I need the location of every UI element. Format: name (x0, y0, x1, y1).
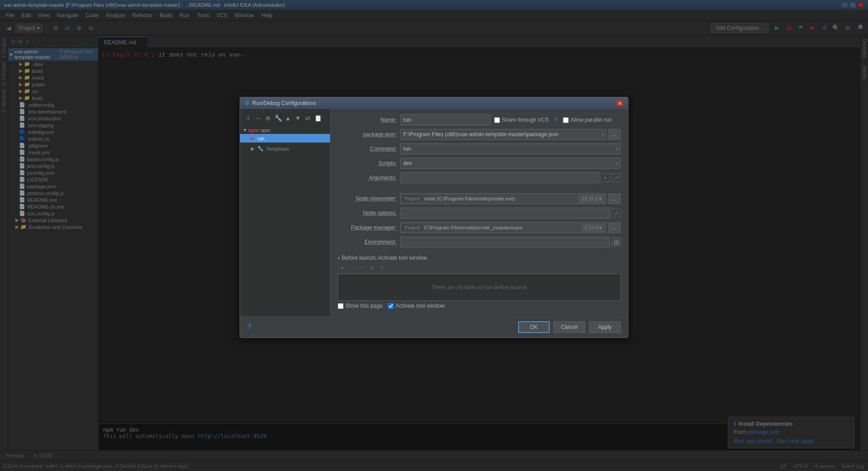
run-config-item[interactable]: ▶ run (240, 134, 330, 143)
npm-section-header[interactable]: ▾ npm npm (240, 126, 330, 134)
activate-window-check[interactable] (388, 303, 394, 309)
dialog-footer: ? OK Cancel Apply (240, 316, 628, 338)
command-select[interactable]: run (400, 143, 621, 154)
help-button[interactable]: ? (247, 323, 251, 331)
command-label: Command: (338, 146, 396, 152)
pkg-path: C:\Program Files\nodejs\node_modules\npm (422, 225, 582, 230)
help-icon[interactable]: ? (554, 117, 557, 123)
dialog-close-button[interactable]: ✕ (616, 100, 623, 106)
node-options-input[interactable] (400, 208, 610, 219)
arguments-fullscreen-button[interactable]: ⤢ (612, 173, 621, 182)
node-path: node (C:\Program Files\nodejs\node.exe) (422, 196, 579, 201)
pkg-mgr-wrapper[interactable]: Project C:\Program Files\nodejs\node_mod… (400, 222, 606, 233)
cancel-button[interactable]: Cancel (553, 321, 585, 333)
node-interpreter-row: Node interpreter: Project node (C:\Progr… (338, 193, 621, 204)
command-select-wrapper: run ▾ (400, 143, 621, 154)
npm-collapse-icon: ▾ (244, 127, 246, 133)
pkg-version-arrow: ▾ (599, 225, 602, 231)
node-options-row: Node options: ⤢ (338, 208, 621, 219)
allow-parallel-label: Allow parallel run (571, 117, 612, 123)
scripts-label: Scripts: (338, 160, 396, 167)
up-config-button[interactable]: ▲ (283, 114, 292, 123)
down-config-button[interactable]: ▼ (293, 114, 302, 123)
bl-down-button[interactable]: ▼ (377, 263, 387, 272)
bl-remove-button[interactable]: − (348, 263, 357, 272)
templates-section: ▶ 🔧 Templates (240, 143, 330, 154)
no-tasks-text: There are no tasks to run before launch (432, 284, 527, 290)
wrench-config-button[interactable]: 🔧 (274, 114, 283, 123)
run-config-label: run (257, 136, 264, 141)
share-vcs-checkbox[interactable]: Share through VCS (494, 117, 549, 123)
before-launch-tasks-area: There are no tasks to run before launch (338, 274, 621, 301)
arguments-row: Arguments: + ⤢ (338, 172, 621, 183)
name-input[interactable] (400, 114, 491, 125)
remove-config-button[interactable]: − (254, 114, 263, 123)
node-browse-button[interactable]: ... (608, 193, 621, 204)
pkg-version[interactable]: 6.13.4 ▾ (582, 224, 604, 232)
apply-button[interactable]: Apply (589, 321, 621, 333)
dialog-title-text: Run/Debug Configurations (252, 100, 316, 106)
scripts-row: Scripts: dev ▾ (338, 158, 621, 169)
package-manager-area: Project C:\Program Files\nodejs\node_mod… (400, 222, 621, 233)
node-options-expand-button[interactable]: ⤢ (612, 209, 621, 218)
npm-icon: npm (248, 128, 259, 133)
environment-label: Environment: (338, 239, 396, 245)
node-options-label: Node options: (338, 210, 396, 216)
node-version[interactable]: 12.16.1 ▾ (579, 195, 604, 203)
pkg-badge: Project (402, 224, 422, 231)
dialog-form: Name: Share through VCS ? Allow parallel… (330, 109, 628, 316)
dialog-body: + − ⊕ 🔧 ▲ ▼ ⇄ 📋 ▾ npm npm ▶ (240, 109, 628, 316)
package-json-browse-button[interactable]: ... (608, 129, 621, 140)
node-badge: Project (402, 195, 422, 202)
dialog-title: ⚙ Run/Debug Configurations (245, 100, 316, 106)
run-config-icon: ▶ (251, 135, 255, 141)
arguments-expand-button[interactable]: + (601, 173, 610, 182)
templates-label: Templates (266, 146, 289, 152)
allow-parallel-checkbox[interactable]: Allow parallel run (563, 117, 612, 123)
templates-header[interactable]: ▶ 🔧 Templates (240, 144, 330, 153)
before-launch-chevron: ▾ (338, 256, 340, 261)
environment-row: Environment: ⊞ (338, 237, 621, 247)
package-json-select-wrapper: F:\Program Files (x86)\vue-admin-templat… (400, 129, 606, 140)
before-launch-label: Before launch: Activate tool window (342, 255, 427, 261)
show-page-check[interactable] (338, 303, 344, 309)
checkbox-row: Show this page Activate tool window (338, 303, 621, 309)
share-vcs-check[interactable] (494, 117, 500, 123)
environment-input[interactable] (400, 237, 610, 247)
bl-add-button[interactable]: + (338, 263, 347, 272)
dialog-overlay: ⚙ Run/Debug Configurations ✕ + − ⊕ 🔧 ▲ ▼… (0, 0, 868, 471)
before-launch-header[interactable]: ▾ Before launch: Activate tool window (338, 253, 621, 263)
scripts-select[interactable]: dev (400, 158, 621, 169)
show-page-checkbox[interactable]: Show this page (338, 303, 382, 309)
node-interpreter-area: Project node (C:\Program Files\nodejs\no… (400, 193, 621, 204)
node-select-wrapper[interactable]: Project node (C:\Program Files\nodejs\no… (400, 193, 606, 204)
npm-config-section: ▾ npm npm ▶ run (240, 125, 330, 143)
pkg-browse-button[interactable]: ... (608, 222, 621, 233)
package-manager-label: Package manager: (338, 224, 396, 231)
package-json-value[interactable]: F:\Program Files (x86)\vue-admin-templat… (400, 129, 606, 140)
scripts-select-wrapper: dev ▾ (400, 158, 621, 169)
dialog-config-tree: + − ⊕ 🔧 ▲ ▼ ⇄ 📋 ▾ npm npm ▶ (240, 109, 330, 316)
add-config-button[interactable]: + (244, 114, 253, 123)
bl-edit-button[interactable]: ✏ (358, 263, 367, 272)
package-json-select-row: F:\Program Files (x86)\vue-admin-templat… (400, 129, 621, 140)
arguments-field-area: + ⤢ (400, 172, 621, 183)
package-json-label: package.json: (338, 131, 396, 138)
dialog-icon: ⚙ (245, 100, 250, 106)
allow-parallel-check[interactable] (563, 117, 569, 123)
bl-up-button[interactable]: ▲ (368, 263, 377, 272)
templates-icon: 🔧 (257, 146, 264, 152)
ok-button[interactable]: OK (518, 321, 550, 333)
sort-config-button[interactable]: ⇄ (303, 114, 312, 123)
share-vcs-label: Share through VCS (502, 117, 549, 123)
run-debug-dialog: ⚙ Run/Debug Configurations ✕ + − ⊕ 🔧 ▲ ▼… (240, 97, 628, 338)
footer-buttons: OK Cancel Apply (518, 321, 621, 333)
activate-window-checkbox[interactable]: Activate tool window (388, 303, 445, 309)
folder-config-button[interactable]: 📋 (313, 114, 322, 123)
copy-config-button[interactable]: ⊕ (264, 114, 273, 123)
arguments-input[interactable] (400, 172, 599, 183)
environment-browse-button[interactable]: ⊞ (612, 238, 621, 247)
package-json-row: package.json: F:\Program Files (x86)\vue… (338, 129, 621, 140)
node-interpreter-label: Node interpreter: (338, 195, 396, 202)
name-label: Name: (338, 117, 396, 123)
